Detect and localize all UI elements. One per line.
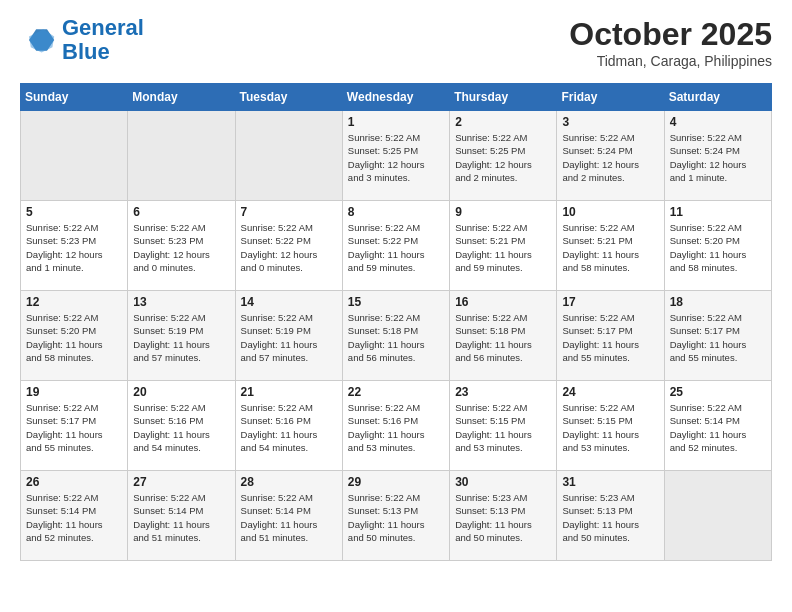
calendar-cell: 30Sunrise: 5:23 AM Sunset: 5:13 PM Dayli…: [450, 471, 557, 561]
logo-line1: General: [62, 15, 144, 40]
weekday-header-monday: Monday: [128, 84, 235, 111]
day-number: 2: [455, 115, 551, 129]
day-number: 25: [670, 385, 766, 399]
day-detail: Sunrise: 5:22 AM Sunset: 5:24 PM Dayligh…: [670, 131, 766, 184]
location: Tidman, Caraga, Philippines: [569, 53, 772, 69]
calendar-week-5: 26Sunrise: 5:22 AM Sunset: 5:14 PM Dayli…: [21, 471, 772, 561]
month-title: October 2025: [569, 16, 772, 53]
day-detail: Sunrise: 5:22 AM Sunset: 5:19 PM Dayligh…: [241, 311, 337, 364]
header: General Blue October 2025 Tidman, Caraga…: [20, 16, 772, 69]
calendar-cell: 24Sunrise: 5:22 AM Sunset: 5:15 PM Dayli…: [557, 381, 664, 471]
logo-text: General Blue: [62, 16, 144, 64]
calendar-cell: 23Sunrise: 5:22 AM Sunset: 5:15 PM Dayli…: [450, 381, 557, 471]
day-number: 13: [133, 295, 229, 309]
calendar-cell: 6Sunrise: 5:22 AM Sunset: 5:23 PM Daylig…: [128, 201, 235, 291]
calendar-cell: 5Sunrise: 5:22 AM Sunset: 5:23 PM Daylig…: [21, 201, 128, 291]
logo: General Blue: [20, 16, 144, 64]
day-detail: Sunrise: 5:22 AM Sunset: 5:23 PM Dayligh…: [26, 221, 122, 274]
calendar-cell: 31Sunrise: 5:23 AM Sunset: 5:13 PM Dayli…: [557, 471, 664, 561]
day-detail: Sunrise: 5:22 AM Sunset: 5:20 PM Dayligh…: [26, 311, 122, 364]
day-detail: Sunrise: 5:22 AM Sunset: 5:16 PM Dayligh…: [348, 401, 444, 454]
day-number: 6: [133, 205, 229, 219]
calendar-cell: [235, 111, 342, 201]
calendar-cell: 18Sunrise: 5:22 AM Sunset: 5:17 PM Dayli…: [664, 291, 771, 381]
calendar-cell: 4Sunrise: 5:22 AM Sunset: 5:24 PM Daylig…: [664, 111, 771, 201]
calendar-cell: 14Sunrise: 5:22 AM Sunset: 5:19 PM Dayli…: [235, 291, 342, 381]
day-detail: Sunrise: 5:22 AM Sunset: 5:17 PM Dayligh…: [26, 401, 122, 454]
day-number: 1: [348, 115, 444, 129]
day-detail: Sunrise: 5:23 AM Sunset: 5:13 PM Dayligh…: [455, 491, 551, 544]
day-number: 28: [241, 475, 337, 489]
day-number: 22: [348, 385, 444, 399]
day-number: 15: [348, 295, 444, 309]
calendar-cell: 28Sunrise: 5:22 AM Sunset: 5:14 PM Dayli…: [235, 471, 342, 561]
title-block: October 2025 Tidman, Caraga, Philippines: [569, 16, 772, 69]
day-detail: Sunrise: 5:22 AM Sunset: 5:15 PM Dayligh…: [562, 401, 658, 454]
calendar-cell: 22Sunrise: 5:22 AM Sunset: 5:16 PM Dayli…: [342, 381, 449, 471]
day-detail: Sunrise: 5:22 AM Sunset: 5:14 PM Dayligh…: [26, 491, 122, 544]
day-detail: Sunrise: 5:22 AM Sunset: 5:22 PM Dayligh…: [348, 221, 444, 274]
calendar-cell: [664, 471, 771, 561]
day-detail: Sunrise: 5:22 AM Sunset: 5:21 PM Dayligh…: [562, 221, 658, 274]
weekday-header-saturday: Saturday: [664, 84, 771, 111]
day-detail: Sunrise: 5:22 AM Sunset: 5:21 PM Dayligh…: [455, 221, 551, 274]
day-number: 24: [562, 385, 658, 399]
day-detail: Sunrise: 5:22 AM Sunset: 5:25 PM Dayligh…: [348, 131, 444, 184]
day-detail: Sunrise: 5:22 AM Sunset: 5:24 PM Dayligh…: [562, 131, 658, 184]
calendar-cell: 20Sunrise: 5:22 AM Sunset: 5:16 PM Dayli…: [128, 381, 235, 471]
calendar-week-4: 19Sunrise: 5:22 AM Sunset: 5:17 PM Dayli…: [21, 381, 772, 471]
calendar-cell: 3Sunrise: 5:22 AM Sunset: 5:24 PM Daylig…: [557, 111, 664, 201]
calendar-cell: 1Sunrise: 5:22 AM Sunset: 5:25 PM Daylig…: [342, 111, 449, 201]
logo-icon: [20, 22, 56, 58]
day-detail: Sunrise: 5:22 AM Sunset: 5:15 PM Dayligh…: [455, 401, 551, 454]
calendar-week-3: 12Sunrise: 5:22 AM Sunset: 5:20 PM Dayli…: [21, 291, 772, 381]
calendar-week-1: 1Sunrise: 5:22 AM Sunset: 5:25 PM Daylig…: [21, 111, 772, 201]
calendar-cell: 19Sunrise: 5:22 AM Sunset: 5:17 PM Dayli…: [21, 381, 128, 471]
day-detail: Sunrise: 5:22 AM Sunset: 5:16 PM Dayligh…: [133, 401, 229, 454]
day-detail: Sunrise: 5:22 AM Sunset: 5:14 PM Dayligh…: [670, 401, 766, 454]
day-number: 5: [26, 205, 122, 219]
calendar-cell: 17Sunrise: 5:22 AM Sunset: 5:17 PM Dayli…: [557, 291, 664, 381]
calendar-body: 1Sunrise: 5:22 AM Sunset: 5:25 PM Daylig…: [21, 111, 772, 561]
day-number: 14: [241, 295, 337, 309]
weekday-header-thursday: Thursday: [450, 84, 557, 111]
calendar-cell: 27Sunrise: 5:22 AM Sunset: 5:14 PM Dayli…: [128, 471, 235, 561]
calendar-cell: 21Sunrise: 5:22 AM Sunset: 5:16 PM Dayli…: [235, 381, 342, 471]
day-detail: Sunrise: 5:22 AM Sunset: 5:19 PM Dayligh…: [133, 311, 229, 364]
calendar-cell: [21, 111, 128, 201]
day-detail: Sunrise: 5:22 AM Sunset: 5:14 PM Dayligh…: [133, 491, 229, 544]
day-detail: Sunrise: 5:22 AM Sunset: 5:17 PM Dayligh…: [562, 311, 658, 364]
day-number: 4: [670, 115, 766, 129]
calendar-header-row: SundayMondayTuesdayWednesdayThursdayFrid…: [21, 84, 772, 111]
day-number: 18: [670, 295, 766, 309]
calendar-table: SundayMondayTuesdayWednesdayThursdayFrid…: [20, 83, 772, 561]
day-detail: Sunrise: 5:22 AM Sunset: 5:13 PM Dayligh…: [348, 491, 444, 544]
day-number: 8: [348, 205, 444, 219]
logo-line2: Blue: [62, 39, 110, 64]
day-detail: Sunrise: 5:22 AM Sunset: 5:22 PM Dayligh…: [241, 221, 337, 274]
day-number: 12: [26, 295, 122, 309]
day-number: 27: [133, 475, 229, 489]
calendar-cell: 16Sunrise: 5:22 AM Sunset: 5:18 PM Dayli…: [450, 291, 557, 381]
day-number: 29: [348, 475, 444, 489]
day-number: 7: [241, 205, 337, 219]
day-detail: Sunrise: 5:22 AM Sunset: 5:16 PM Dayligh…: [241, 401, 337, 454]
day-number: 23: [455, 385, 551, 399]
weekday-header-friday: Friday: [557, 84, 664, 111]
day-number: 31: [562, 475, 658, 489]
weekday-header-tuesday: Tuesday: [235, 84, 342, 111]
calendar-cell: 9Sunrise: 5:22 AM Sunset: 5:21 PM Daylig…: [450, 201, 557, 291]
day-detail: Sunrise: 5:22 AM Sunset: 5:18 PM Dayligh…: [455, 311, 551, 364]
day-number: 9: [455, 205, 551, 219]
day-number: 19: [26, 385, 122, 399]
calendar-cell: 12Sunrise: 5:22 AM Sunset: 5:20 PM Dayli…: [21, 291, 128, 381]
day-detail: Sunrise: 5:22 AM Sunset: 5:17 PM Dayligh…: [670, 311, 766, 364]
calendar-cell: 25Sunrise: 5:22 AM Sunset: 5:14 PM Dayli…: [664, 381, 771, 471]
day-detail: Sunrise: 5:22 AM Sunset: 5:18 PM Dayligh…: [348, 311, 444, 364]
day-detail: Sunrise: 5:22 AM Sunset: 5:14 PM Dayligh…: [241, 491, 337, 544]
day-number: 16: [455, 295, 551, 309]
calendar-cell: 29Sunrise: 5:22 AM Sunset: 5:13 PM Dayli…: [342, 471, 449, 561]
day-detail: Sunrise: 5:22 AM Sunset: 5:25 PM Dayligh…: [455, 131, 551, 184]
calendar-week-2: 5Sunrise: 5:22 AM Sunset: 5:23 PM Daylig…: [21, 201, 772, 291]
calendar-cell: 10Sunrise: 5:22 AM Sunset: 5:21 PM Dayli…: [557, 201, 664, 291]
